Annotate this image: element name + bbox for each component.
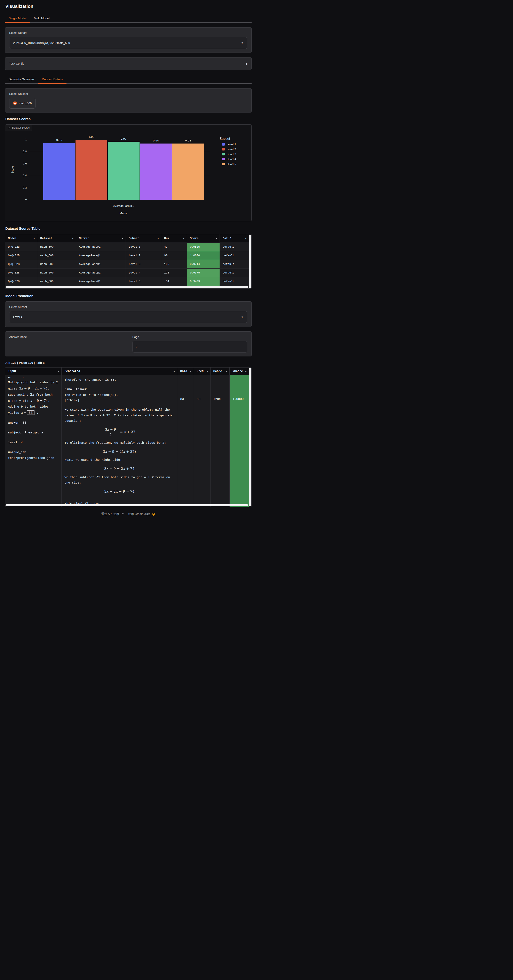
vertical-scrollbar[interactable] [249, 235, 251, 288]
cell-score[interactable]: 0.9403 [187, 277, 220, 286]
column-header-subset[interactable]: Subset▲ [126, 234, 161, 243]
legend-item[interactable]: Level 3 [220, 153, 236, 156]
tab-multi-model[interactable]: Multi Model [30, 14, 53, 22]
sort-arrow-icon: ▲ [174, 370, 175, 372]
cell-cat0[interactable]: default [219, 260, 249, 269]
column-header-nscore[interactable]: NScore▲ [230, 368, 249, 375]
cell-cat0[interactable]: default [219, 277, 249, 286]
report-dropdown[interactable]: 20250306_181550@@QwQ-32B::math_500 ▼ [9, 37, 247, 49]
cell-model[interactable]: QwQ-32B [5, 277, 37, 286]
cell-cat0[interactable]: default [219, 269, 249, 277]
legend-swatch-icon [222, 153, 225, 156]
cell-subset[interactable]: Level 5 [126, 277, 161, 286]
cell-num[interactable]: 134 [161, 277, 187, 286]
select-subset-panel: Select Subset Level 4 ▼ [5, 301, 252, 327]
column-header-model[interactable]: Model▲ [5, 234, 37, 243]
table-row: 2) )Multiplying both sides by 2gives 3x … [5, 375, 249, 507]
tab-single-model[interactable]: Single Model [5, 14, 30, 22]
cell-cat0[interactable]: default [219, 251, 249, 260]
legend-item[interactable]: Level 4 [220, 158, 236, 161]
cell-score[interactable]: True [210, 375, 229, 507]
column-header-cat0[interactable]: Cat.0▲ [219, 234, 249, 243]
page-label: Page [132, 335, 247, 339]
column-header-generated[interactable]: Generated▲ [62, 368, 177, 375]
cell-subset[interactable]: Level 1 [126, 243, 161, 251]
legend-label: Level 3 [227, 153, 236, 156]
column-header-metric[interactable]: Metric▲ [76, 234, 126, 243]
column-header-num[interactable]: Num▲ [161, 234, 187, 243]
model-prediction-table: Input▲Generated▲Gold▲Pred▲Score▲NScore▲ … [5, 368, 252, 507]
legend-item[interactable]: Level 5 [220, 162, 236, 165]
cell-model[interactable]: QwQ-32B [5, 269, 37, 277]
cell-metric[interactable]: AveragePass@1 [76, 243, 126, 251]
footer-api-text[interactable]: 通过 API 使用 [102, 512, 119, 516]
line-chart-icon [8, 126, 11, 129]
cell-num[interactable]: 105 [161, 260, 187, 269]
tab-dataset-details[interactable]: Dataset Details [38, 75, 67, 83]
main-tabbar: Single Model Multi Model [5, 14, 252, 23]
cell-metric[interactable]: AveragePass@1 [76, 251, 126, 260]
legend-item[interactable]: Level 1 [220, 143, 236, 146]
bar-value-label: 1.00 [76, 135, 107, 138]
cell-metric[interactable]: AveragePass@1 [76, 260, 126, 269]
cell-score[interactable]: 0.9714 [187, 260, 220, 269]
cell-nscore[interactable]: 1.0000 [230, 375, 249, 507]
dataset-scores-table-heading: Dataset Scores Table [5, 227, 252, 231]
page-input[interactable] [132, 341, 247, 353]
cell-subset[interactable]: Level 3 [126, 260, 161, 269]
cell-score[interactable]: 0.9535 [187, 243, 220, 251]
column-header-pred[interactable]: Pred▲ [194, 368, 210, 375]
cell-num[interactable]: 90 [161, 251, 187, 260]
cell-metric[interactable]: AveragePass@1 [76, 269, 126, 277]
column-header-gold[interactable]: Gold▲ [177, 368, 194, 375]
cell-metric[interactable]: AveragePass@1 [76, 277, 126, 286]
bar-value-label: 0.94 [172, 139, 204, 142]
cell-score[interactable]: 0.9375 [187, 269, 220, 277]
cell-dataset[interactable]: math_500 [37, 243, 76, 251]
column-header-score[interactable]: Score▲ [210, 368, 229, 375]
task-config-accordion[interactable]: Task Config ◀ [5, 57, 252, 70]
cell-subset[interactable]: Level 2 [126, 251, 161, 260]
table-row: QwQ-32Bmath_500AveragePass@1Level 51340.… [5, 277, 249, 286]
legend-item[interactable]: Level 2 [220, 148, 236, 151]
cell-model[interactable]: QwQ-32B [5, 251, 37, 260]
chart-label-text: Dataset Scores [12, 126, 30, 129]
dataset-scores-heading: Dataset Scores [5, 117, 252, 121]
cell-num[interactable]: 128 [161, 269, 187, 277]
footer-gradio-text[interactable]: 使用 Gradio 构建 [128, 512, 150, 516]
dataset-scores-chart: Dataset Scores Score 00.20.40.60.810.951… [5, 124, 252, 221]
column-header-score[interactable]: Score▲ [187, 234, 220, 243]
column-header-input[interactable]: Input▲ [5, 368, 62, 375]
cell-dataset[interactable]: math_500 [37, 251, 76, 260]
cell-dataset[interactable]: math_500 [37, 269, 76, 277]
bar-level-3: 0.97 [108, 142, 140, 200]
dataset-radio-math-500[interactable]: math_500 [9, 98, 35, 109]
cell-generated[interactable]: Therefore, the answer is 83.Final Answer… [62, 375, 177, 507]
cell-subset[interactable]: Level 4 [126, 269, 161, 277]
cell-gold[interactable]: 83 [177, 375, 194, 507]
legend-label: Level 1 [227, 143, 236, 146]
horizontal-scrollbar[interactable] [6, 286, 248, 288]
chevron-down-icon: ▼ [241, 42, 243, 44]
cell-num[interactable]: 43 [161, 243, 187, 251]
cell-input[interactable]: 2) )Multiplying both sides by 2gives 3x … [5, 375, 62, 507]
cell-model[interactable]: QwQ-32B [5, 243, 37, 251]
cell-score[interactable]: 1.0000 [187, 251, 220, 260]
sort-arrow-icon: ▲ [72, 237, 73, 239]
cell-pred[interactable]: 83 [194, 375, 210, 507]
select-dataset-label: Select Dataset [9, 92, 247, 95]
cell-cat0[interactable]: default [219, 243, 249, 251]
chevron-left-icon: ◀ [245, 62, 247, 65]
horizontal-scrollbar[interactable] [6, 504, 248, 506]
legend-swatch-icon [222, 158, 225, 161]
answer-mode-label: Answer Mode [9, 335, 124, 339]
column-header-dataset[interactable]: Dataset▲ [37, 234, 76, 243]
cell-dataset[interactable]: math_500 [37, 277, 76, 286]
table-row: QwQ-32Bmath_500AveragePass@1Level 41280.… [5, 269, 249, 277]
cell-dataset[interactable]: math_500 [37, 260, 76, 269]
footer-separator: · [125, 512, 127, 516]
subset-dropdown[interactable]: Level 4 ▼ [9, 311, 247, 323]
vertical-scrollbar[interactable] [249, 368, 251, 506]
tab-datasets-overview[interactable]: Datasets Overview [5, 75, 38, 83]
cell-model[interactable]: QwQ-32B [5, 260, 37, 269]
